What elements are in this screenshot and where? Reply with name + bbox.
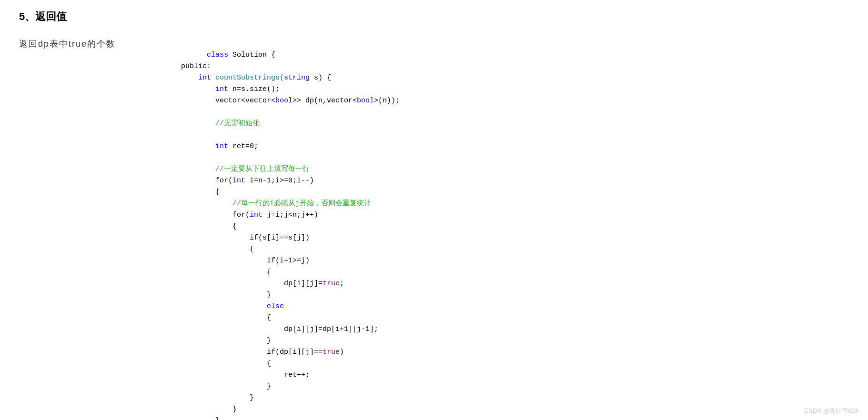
description-text: 返回dp表中true的个数	[19, 33, 162, 50]
code-block: class Solution { public: int countSubstr…	[181, 33, 400, 420]
watermark: CSDN @高比仔824	[804, 407, 858, 415]
content-area: 返回dp表中true的个数 class Solution { public: i…	[19, 33, 849, 420]
page-container: 5、返回值 返回dp表中true的个数 class Solution { pub…	[19, 10, 849, 420]
section-title: 5、返回值	[19, 10, 849, 24]
